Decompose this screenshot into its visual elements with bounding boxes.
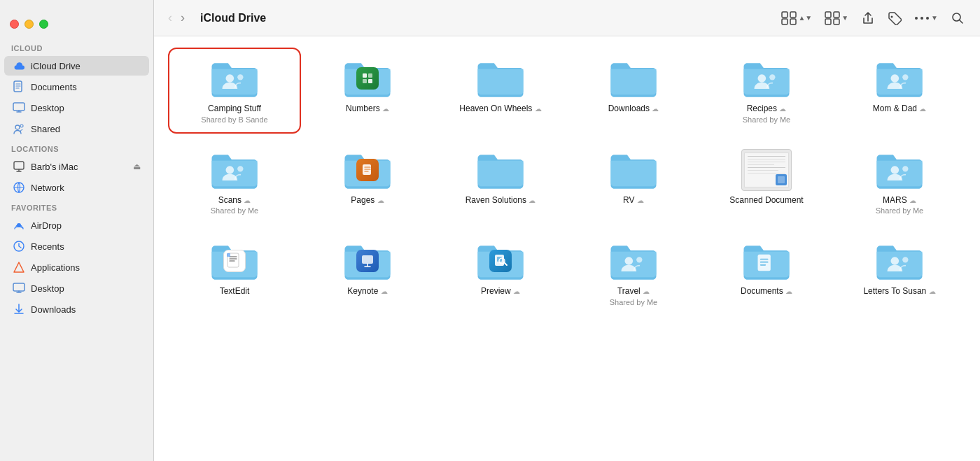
folder-item-downloads[interactable]: Downloads ☁: [570, 50, 697, 131]
svg-point-29: [769, 74, 775, 80]
svg-point-18: [915, 17, 918, 20]
folder-name-preview: Preview ☁: [481, 286, 520, 297]
folder-name-numbers: Numbers ☁: [346, 104, 389, 115]
sidebar-item-label-airdrop: AirDrop: [31, 220, 62, 231]
more-button[interactable]: ▼: [910, 11, 942, 24]
sidebar-item-desktop2[interactable]: Desktop: [4, 278, 149, 298]
share-button[interactable]: [857, 8, 879, 28]
svg-point-28: [758, 74, 766, 83]
eject-icon[interactable]: ⏏: [133, 162, 141, 171]
folder-item-scanned-document[interactable]: Scanned Document: [703, 142, 830, 222]
folder-item-scans[interactable]: Scans ☁ Shared by Me: [171, 142, 298, 222]
sidebar-item-label-recents: Recents: [31, 241, 64, 252]
folder-icon-rv: [608, 149, 659, 191]
sidebar-item-network[interactable]: Network: [4, 178, 149, 197]
folder-item-raven-solutions[interactable]: Raven Solutions ☁: [437, 142, 564, 222]
cloud-icon: [13, 59, 25, 72]
sidebar-item-barbs-imac[interactable]: Barb's iMac ⏏: [4, 157, 149, 176]
folder-item-preview[interactable]: Preview ☁: [437, 233, 564, 313]
svg-point-45: [636, 257, 642, 262]
svg-rect-25: [368, 73, 372, 78]
folder-item-mars[interactable]: MARS ☁ Shared by Me: [836, 142, 963, 222]
sidebar-item-icloud-drive[interactable]: iCloud Drive: [4, 56, 149, 76]
tag-button[interactable]: [883, 8, 906, 28]
folder-item-camping-stuff[interactable]: Camping Stuff Shared by B Sande: [171, 50, 298, 131]
folder-icon-mom-dad: [874, 57, 925, 99]
folder-icon-camping-stuff: [209, 57, 260, 99]
sidebar-item-label-documents: Documents: [31, 82, 77, 92]
sidebar-item-label-applications: Applications: [31, 262, 80, 273]
group-chevron-icon: ▼: [841, 14, 848, 22]
svg-point-48: [902, 257, 908, 262]
group-button[interactable]: ▼: [820, 8, 853, 28]
svg-point-23: [237, 74, 243, 80]
maximize-button[interactable]: [39, 20, 48, 29]
sidebar-item-downloads[interactable]: Downloads: [4, 299, 149, 319]
folder-name-mom-dad: Mom & Dad ☁: [873, 104, 927, 115]
folder-item-pages[interactable]: Pages ☁: [304, 142, 431, 222]
sidebar-item-applications[interactable]: Applications: [4, 257, 149, 277]
forward-button[interactable]: ›: [178, 9, 188, 27]
view-chevron-icon: ▲▼: [798, 14, 812, 22]
minimize-button[interactable]: [24, 20, 34, 29]
folder-item-mom-dad[interactable]: Mom & Dad ☁: [836, 50, 963, 131]
svg-point-33: [237, 166, 243, 171]
sidebar-item-recents[interactable]: Recents: [4, 236, 149, 256]
sidebar-item-airdrop[interactable]: AirDrop: [4, 215, 149, 235]
folder-icon-keynote: [342, 240, 393, 282]
folder-icon-scans: [209, 149, 260, 191]
close-button[interactable]: [10, 20, 19, 29]
folder-item-heaven-on-wheels[interactable]: Heaven On Wheels ☁: [437, 50, 564, 131]
sidebar-item-documents[interactable]: Documents: [4, 77, 149, 97]
svg-rect-12: [790, 19, 796, 24]
svg-point-19: [920, 17, 923, 20]
view-icon-button[interactable]: ▲▼: [777, 8, 816, 28]
folder-item-numbers[interactable]: Numbers ☁: [304, 50, 431, 131]
folder-item-letters-to-susan[interactable]: Letters To Susan ☁: [836, 233, 963, 313]
folder-item-travel[interactable]: Travel ☁ Shared by Me: [570, 233, 697, 313]
folder-item-recipes[interactable]: Recipes ☁ Shared by Me: [703, 50, 830, 131]
svg-point-44: [625, 257, 634, 265]
folder-sub-recipes: Shared by Me: [743, 115, 790, 124]
applications-icon: [13, 261, 25, 274]
folder-item-rv[interactable]: RV ☁: [570, 142, 697, 222]
folder-item-documents-folder[interactable]: Documents ☁: [703, 233, 830, 313]
sidebar-item-label-icloud-drive: iCloud Drive: [31, 61, 80, 71]
folder-name-downloads: Downloads ☁: [608, 104, 659, 115]
recents-icon: [13, 240, 25, 253]
folder-icon-downloads: [608, 57, 659, 99]
folder-name-scans: Scans ☁: [218, 195, 251, 206]
svg-rect-8: [13, 283, 24, 291]
toolbar-actions: ▲▼ ▼: [777, 8, 969, 28]
svg-rect-40: [362, 255, 373, 264]
folder-item-textedit[interactable]: TextEdit: [171, 233, 298, 313]
search-button[interactable]: [946, 8, 969, 28]
svg-rect-15: [825, 19, 831, 24]
sidebar-section-icloud: iCloud: [0, 38, 153, 55]
svg-point-30: [891, 74, 899, 83]
back-button[interactable]: ‹: [165, 9, 175, 27]
folder-name-scanned-document: Scanned Document: [729, 195, 803, 206]
sidebar-item-shared[interactable]: Shared: [4, 119, 149, 139]
svg-point-37: [902, 166, 908, 171]
sidebar-item-desktop[interactable]: Desktop: [4, 98, 149, 118]
svg-point-21: [953, 13, 960, 21]
folder-name-raven-solutions: Raven Solutions ☁: [465, 195, 536, 206]
folder-icon-scanned-document: [741, 149, 792, 191]
sidebar-item-label-network: Network: [31, 183, 64, 193]
folder-item-keynote[interactable]: Keynote ☁: [304, 233, 431, 313]
folder-icon-raven-solutions: [475, 149, 526, 191]
sidebar-item-label-desktop: Desktop: [31, 103, 64, 113]
svg-point-2: [15, 125, 20, 129]
svg-rect-9: [782, 12, 788, 17]
shared-icon: [13, 122, 25, 135]
svg-rect-11: [782, 19, 788, 24]
toolbar-title: iCloud Drive: [200, 12, 769, 24]
nav-buttons: ‹ ›: [165, 9, 188, 27]
svg-rect-26: [363, 79, 367, 83]
sidebar-item-label-downloads: Downloads: [31, 304, 76, 315]
folder-icon-pages: [342, 149, 393, 191]
folder-name-rv: RV ☁: [623, 195, 644, 206]
svg-rect-24: [363, 73, 367, 78]
sidebar-item-label-shared: Shared: [31, 124, 60, 134]
